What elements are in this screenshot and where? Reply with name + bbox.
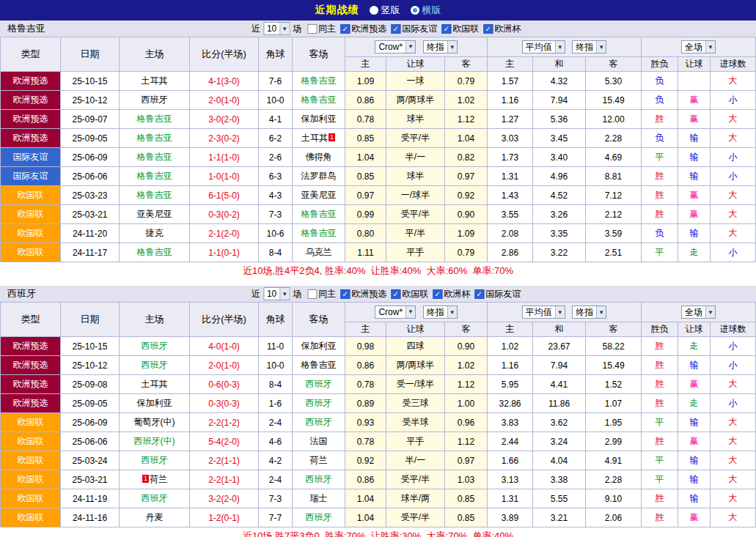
match-count-select[interactable]: 10 ▼ — [263, 287, 290, 300]
cell-avg-home: 1.66 — [488, 451, 533, 470]
subcol-handicap: 让球 — [386, 322, 445, 337]
scope-select[interactable]: 全场▼ — [681, 305, 716, 319]
cell-away-team: 亚美尼亚 — [293, 186, 345, 205]
cell-corners: 10-6 — [259, 224, 293, 243]
cell-score: 2-2(1-1) — [190, 470, 259, 489]
cell-home-odds: 0.86 — [345, 91, 386, 110]
filter-checkbox[interactable]: ✓欧洲杯 — [483, 23, 521, 35]
cell-handicap-line: 球半 — [386, 110, 445, 129]
chevron-down-icon: ▼ — [447, 306, 457, 318]
filter-checkbox[interactable]: ✓欧洲杯 — [433, 288, 470, 300]
filter-checkbox-label: 欧洲杯 — [444, 288, 470, 300]
filter-checkbox[interactable]: ✓欧国联 — [391, 288, 428, 300]
scope-select[interactable]: 全场▼ — [681, 40, 716, 53]
handicap-odds-header: Crow*▼ 终指▼ — [345, 37, 488, 57]
radio-horizontal-layout[interactable]: 横版 — [411, 4, 441, 17]
chevron-down-icon: ▼ — [405, 41, 415, 53]
cell-home-odds: 0.97 — [345, 186, 386, 205]
odds-time-select[interactable]: 终指▼ — [423, 40, 458, 53]
chevron-down-icon: ▼ — [279, 288, 289, 300]
cell-result-outcome: 平 — [642, 451, 678, 470]
cell-home-team: 西班牙 — [120, 489, 190, 508]
cell-away-team: 乌克兰 — [293, 243, 345, 262]
rank-badge: 1 — [329, 133, 335, 141]
cell-date: 25-06-09 — [61, 413, 120, 432]
team-name: 格鲁吉亚 — [137, 114, 172, 124]
team-name: 格鲁吉亚 — [301, 228, 337, 238]
cell-result-handicap: 输 — [678, 148, 711, 167]
avg-odds-select[interactable]: 平均值▼ — [522, 305, 565, 319]
cell-home-team: 格鲁吉亚 — [120, 167, 190, 186]
cell-home-team: 捷克 — [120, 224, 190, 243]
team-name: 保加利亚 — [301, 114, 337, 124]
filter-checkbox[interactable]: ✓国际友谊 — [391, 23, 437, 35]
cell-away-odds: 1.09 — [445, 224, 488, 243]
radio-vertical-layout[interactable]: 竖版 — [370, 4, 400, 17]
filter-checkbox-label: 同主 — [318, 288, 336, 300]
cell-avg-draw: 23.67 — [533, 337, 586, 356]
odds-time-select-2[interactable]: 终指▼ — [572, 305, 606, 319]
cell-handicap-line: 平手 — [386, 243, 445, 262]
odds-provider-select[interactable]: Crow*▼ — [375, 40, 416, 53]
cell-home-team: 西班牙 — [120, 337, 190, 356]
cell-result-handicap: 输 — [678, 356, 711, 375]
cell-score: 2-3(0-2) — [190, 129, 259, 148]
header-row-1: 类型 日期 主场 比分(半场) 角球 客场 Crow*▼ 终指▼ 平均值▼ 终指… — [1, 37, 756, 57]
odds-time-select-2[interactable]: 终指▼ — [572, 40, 606, 53]
cell-avg-away: 4.69 — [586, 148, 642, 167]
match-count-select[interactable]: 10 ▼ — [263, 22, 290, 35]
team-name: 西班牙 — [306, 398, 332, 408]
filter-checkbox[interactable]: ✓欧洲预选 — [340, 23, 386, 35]
cell-date: 25-03-24 — [61, 451, 120, 470]
subcol-home-odds: 主 — [345, 322, 386, 337]
section-header: 格鲁吉亚 近 10 ▼ 场 同主✓欧洲预选✓国际友谊✓欧国联✓欧洲杯 — [0, 21, 756, 37]
odds-provider-select[interactable]: Crow*▼ — [375, 305, 416, 319]
cell-away-odds: 1.12 — [445, 432, 488, 451]
cell-avg-draw: 3.62 — [533, 413, 586, 432]
col-corner: 角球 — [259, 37, 293, 72]
avg-odds-select[interactable]: 平均值▼ — [522, 40, 565, 53]
cell-date: 25-09-05 — [61, 129, 120, 148]
chevron-down-icon: ▼ — [447, 41, 457, 53]
cell-handicap-line: 受一/球半 — [386, 375, 445, 394]
cell-home-team: 亚美尼亚 — [120, 205, 190, 224]
cell-handicap-line: 平/半 — [386, 224, 445, 243]
odds-time-select[interactable]: 终指▼ — [423, 305, 458, 319]
filter-checkbox-label: 欧洲预选 — [351, 23, 386, 35]
cell-corners: 11-0 — [259, 337, 293, 356]
cell-result-outcome: 胜 — [642, 205, 678, 224]
filter-checkbox[interactable]: ✓欧国联 — [441, 23, 479, 35]
filter-checkbox-label: 欧洲预选 — [351, 288, 386, 300]
filter-checkbox[interactable]: ✓欧洲预选 — [340, 288, 386, 300]
subcol-avg-away: 客 — [586, 322, 642, 337]
team-name: 保加利亚 — [137, 398, 172, 408]
cell-away-team: 保加利亚 — [293, 337, 345, 356]
near-label: 近 — [252, 23, 260, 35]
col-score: 比分(半场) — [190, 303, 259, 337]
results-table: 类型 日期 主场 比分(半场) 角球 客场 Crow*▼ 终指▼ 平均值▼ 终指… — [0, 302, 756, 527]
filters: 近 10 ▼ 场 同主✓欧洲预选✓国际友谊✓欧国联✓欧洲杯 — [252, 22, 521, 35]
cell-competition: 欧洲预选 — [1, 91, 61, 110]
team-name: 西班牙 — [306, 512, 332, 522]
col-corner: 角球 — [259, 303, 293, 337]
cell-avg-away: 15.49 — [586, 356, 642, 375]
cell-date: 25-03-23 — [61, 186, 120, 205]
cell-avg-home: 3.13 — [488, 470, 533, 489]
cell-competition: 欧国联 — [1, 508, 61, 527]
cell-score: 4-1(3-0) — [190, 72, 259, 91]
cell-score: 2-2(1-2) — [190, 413, 259, 432]
filter-checkbox[interactable]: 同主 — [307, 288, 336, 300]
cell-home-odds: 0.85 — [345, 129, 386, 148]
subcol-away-odds: 客 — [445, 322, 488, 337]
cell-away-team: 西班牙 — [293, 394, 345, 413]
cell-home-odds: 0.93 — [345, 413, 386, 432]
cell-avg-away: 58.22 — [586, 337, 642, 356]
match-row: 欧国联25-03-23格鲁吉亚6-1(5-0)4-3亚美尼亚0.97一/球半0.… — [1, 186, 756, 205]
cell-avg-away: 2.28 — [586, 129, 642, 148]
cell-home-team: 西班牙 — [120, 91, 190, 110]
filter-checkbox[interactable]: 同主 — [307, 23, 336, 35]
filter-checkbox[interactable]: ✓国际友谊 — [474, 288, 521, 300]
cell-corners: 7-6 — [259, 72, 293, 91]
cell-score: 1-1(0-1) — [190, 243, 259, 262]
cell-home-odds: 0.80 — [345, 224, 386, 243]
